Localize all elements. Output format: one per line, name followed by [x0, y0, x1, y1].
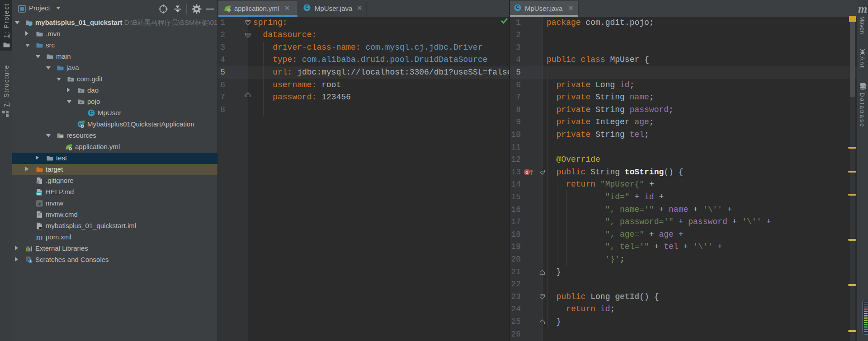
- svg-text:m: m: [36, 234, 43, 241]
- svg-text:C: C: [516, 5, 519, 10]
- svg-text:C: C: [90, 110, 93, 115]
- svg-text:MD: MD: [37, 192, 41, 195]
- svg-text:o: o: [525, 169, 528, 175]
- svg-text:m: m: [858, 2, 867, 14]
- svg-text:C: C: [305, 5, 308, 10]
- svg-text:>: >: [38, 201, 41, 207]
